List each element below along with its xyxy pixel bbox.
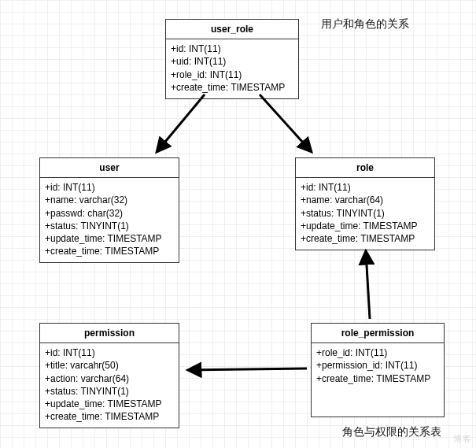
field: +update_time: TIMESTAMP — [45, 398, 174, 410]
field: +status: TINYINT(1) — [45, 220, 174, 232]
field: +update_time: TIMESTAMP — [301, 220, 430, 232]
entity-body: +id: INT(11) +name: varchar(64) +status:… — [296, 178, 434, 250]
field: +status: TINYINT(1) — [45, 385, 174, 398]
entity-body: +id: INT(11) +uid: INT(11) +role_id: INT… — [166, 39, 298, 98]
field: +create_time: TIMESTAMP — [171, 81, 293, 94]
field: +title: varcahr(50) — [45, 359, 174, 372]
arrow-userrole-to-role — [260, 94, 311, 151]
entity-body: +id: INT(11) +title: varcahr(50) +action… — [40, 343, 179, 428]
field: +id: INT(11) — [45, 346, 174, 359]
entity-user-role: user_role +id: INT(11) +uid: INT(11) +ro… — [165, 19, 299, 99]
field: +role_id: INT(11) — [171, 68, 293, 81]
field: +id: INT(11) — [171, 43, 293, 55]
arrow-rolepermission-to-role — [366, 252, 370, 319]
field: +passwd: char(32) — [45, 207, 174, 220]
field: +id: INT(11) — [45, 181, 174, 194]
entity-user: user +id: INT(11) +name: varchar(32) +pa… — [39, 157, 179, 263]
entity-role: role +id: INT(11) +name: varchar(64) +st… — [295, 157, 435, 250]
field: +id: INT(11) — [301, 181, 430, 194]
field: +permission_id: INT(11) — [316, 359, 439, 372]
field: +create_time: TIMESTAMP — [45, 245, 174, 257]
watermark: 博客 — [453, 433, 471, 445]
field: +status: TINYINT(1) — [301, 207, 430, 220]
field: +update_time: TIMESTAMP — [45, 232, 174, 245]
field: +uid: INT(11) — [171, 55, 293, 68]
entity-title: permission — [40, 324, 179, 343]
arrow-userrole-to-user — [157, 94, 205, 151]
field: +name: varchar(64) — [301, 194, 430, 206]
field: +role_id: INT(11) — [316, 346, 439, 359]
entity-body: +id: INT(11) +name: varchar(32) +passwd:… — [40, 178, 179, 262]
entity-role-permission: role_permission +role_id: INT(11) +permi… — [311, 323, 445, 417]
entity-body: +role_id: INT(11) +permission_id: INT(11… — [312, 343, 444, 390]
entity-title: role_permission — [312, 324, 444, 343]
field: +action: varchar(64) — [45, 372, 174, 385]
field: +create_time: TIMESTAMP — [316, 372, 439, 385]
entity-title: user — [40, 158, 179, 178]
field: +create_time: TIMESTAMP — [301, 232, 430, 245]
label-user-role-relation: 用户和角色的关系 — [321, 17, 409, 31]
arrow-rolepermission-to-permission — [189, 368, 307, 370]
label-role-permission-relation: 角色与权限的关系表 — [342, 425, 441, 439]
diagram-canvas: 用户和角色的关系 角色与权限的关系表 user_role +id: INT(11… — [0, 0, 476, 448]
entity-permission: permission +id: INT(11) +title: varcahr(… — [39, 323, 179, 428]
field: +create_time: TIMESTAMP — [45, 410, 174, 423]
entity-title: role — [296, 158, 434, 178]
entity-title: user_role — [166, 20, 298, 39]
field: +name: varchar(32) — [45, 194, 174, 206]
